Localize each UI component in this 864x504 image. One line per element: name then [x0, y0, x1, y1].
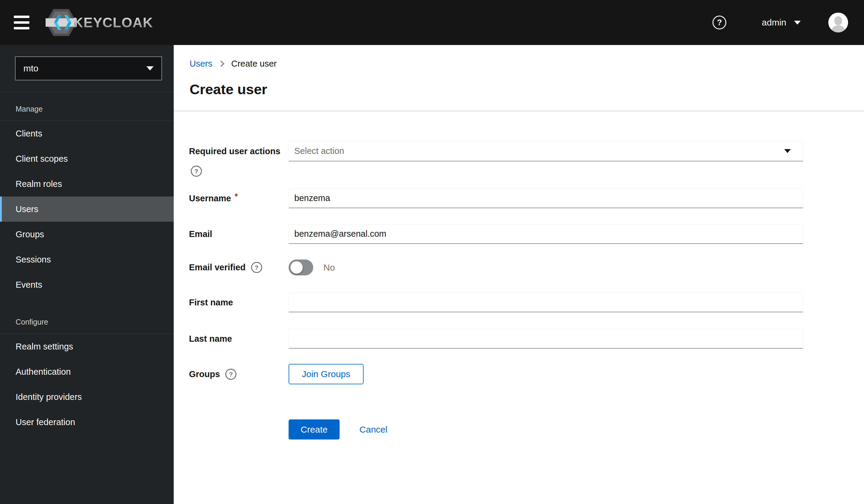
keycloak-hexagon-icon — [45, 8, 77, 37]
required-user-actions-label-col: Required user actions ? — [189, 146, 289, 156]
hamburger-menu-icon[interactable] — [14, 16, 29, 29]
nav-group-label-manage: Manage — [0, 92, 174, 121]
row-email-verified: Email verified ? No — [189, 260, 803, 275]
create-user-form: Required user actions ? Select action Us… — [174, 111, 864, 440]
sidebar-item-realm-roles[interactable]: Realm roles — [0, 171, 174, 196]
sidebar-item-clients[interactable]: Clients — [0, 121, 174, 146]
nav-list-configure: Realm settings Authentication Identity p… — [0, 334, 174, 435]
breadcrumb-current: Create user — [231, 59, 277, 69]
avatar[interactable] — [828, 13, 848, 32]
create-button[interactable]: Create — [289, 419, 339, 440]
breadcrumb-link-users[interactable]: Users — [190, 59, 213, 69]
sidebar-item-identity-providers[interactable]: Identity providers — [0, 384, 174, 409]
row-actions: Create Cancel — [189, 419, 803, 440]
realm-selector-value: mto — [23, 63, 38, 73]
help-icon[interactable]: ? — [712, 16, 726, 29]
help-icon[interactable]: ? — [251, 262, 262, 273]
realm-selector[interactable]: mto — [15, 56, 162, 80]
row-first-name: First name — [189, 292, 803, 312]
row-groups: Groups ? Join Groups — [189, 364, 803, 384]
hamburger-bar — [14, 21, 29, 24]
realm-selector-area: mto — [0, 45, 174, 92]
chevron-down-icon — [794, 21, 801, 25]
required-user-actions-label: Required user actions — [189, 146, 280, 156]
help-icon[interactable]: ? — [225, 369, 237, 380]
username-label: Username — [189, 193, 231, 203]
nav-list-manage: Clients Client scopes Realm roles Users … — [0, 121, 174, 297]
row-required-user-actions: Required user actions ? Select action — [189, 141, 803, 161]
first-name-field[interactable] — [289, 292, 803, 312]
sidebar-item-user-federation[interactable]: User federation — [0, 409, 174, 435]
chevron-down-icon — [146, 66, 154, 71]
first-name-label: First name — [189, 298, 233, 308]
nav-group-label-configure: Configure — [0, 305, 174, 334]
user-menu-label: admin — [762, 17, 786, 27]
row-username: Username * — [189, 189, 803, 208]
email-verified-toggle[interactable] — [289, 260, 313, 275]
hamburger-bar — [14, 16, 29, 18]
chevron-right-icon — [218, 60, 224, 67]
username-field[interactable] — [289, 189, 803, 208]
email-verified-label: Email verified — [189, 263, 246, 272]
sidebar-item-authentication[interactable]: Authentication — [0, 359, 174, 384]
breadcrumb: Users Create user — [190, 59, 864, 69]
join-groups-button[interactable]: Join Groups — [289, 364, 363, 384]
sidebar: mto Manage Clients Client scopes Realm r… — [0, 45, 174, 504]
page-head: Users Create user Create user — [174, 45, 864, 99]
avatar-person-icon — [834, 16, 842, 25]
sidebar-item-users[interactable]: Users — [0, 196, 174, 222]
masthead: KEYCLOAK ? admin — [0, 0, 864, 45]
cancel-button[interactable]: Cancel — [359, 424, 387, 435]
select-placeholder: Select action — [294, 146, 344, 156]
nav-group-spacer — [0, 297, 174, 305]
user-menu[interactable]: admin — [762, 17, 801, 27]
sidebar-item-sessions[interactable]: Sessions — [0, 247, 174, 272]
sidebar-item-realm-settings[interactable]: Realm settings — [0, 334, 174, 359]
chevron-down-icon — [784, 149, 791, 153]
main-content: Users Create user Create user Required u… — [174, 45, 864, 504]
masthead-right: ? admin — [712, 13, 848, 32]
page-title: Create user — [190, 80, 864, 99]
row-email: Email — [189, 224, 803, 244]
required-user-actions-select[interactable]: Select action — [289, 141, 803, 161]
row-last-name: Last name — [189, 329, 803, 349]
last-name-field[interactable] — [289, 329, 803, 349]
groups-label: Groups — [189, 369, 220, 379]
hamburger-bar — [14, 27, 29, 29]
last-name-label: Last name — [189, 334, 232, 344]
email-verified-state: No — [323, 263, 335, 273]
brand-wordmark: KEYCLOAK — [73, 14, 153, 31]
avatar-person-icon — [831, 25, 845, 32]
keycloak-logo[interactable]: KEYCLOAK — [45, 0, 153, 45]
email-label: Email — [189, 229, 212, 239]
sidebar-item-client-scopes[interactable]: Client scopes — [0, 146, 174, 171]
sidebar-item-groups[interactable]: Groups — [0, 222, 174, 247]
sidebar-item-events[interactable]: Events — [0, 272, 174, 297]
required-asterisk: * — [235, 192, 238, 201]
help-icon[interactable]: ? — [191, 166, 202, 177]
email-field[interactable] — [289, 224, 803, 244]
toggle-knob — [290, 261, 303, 274]
